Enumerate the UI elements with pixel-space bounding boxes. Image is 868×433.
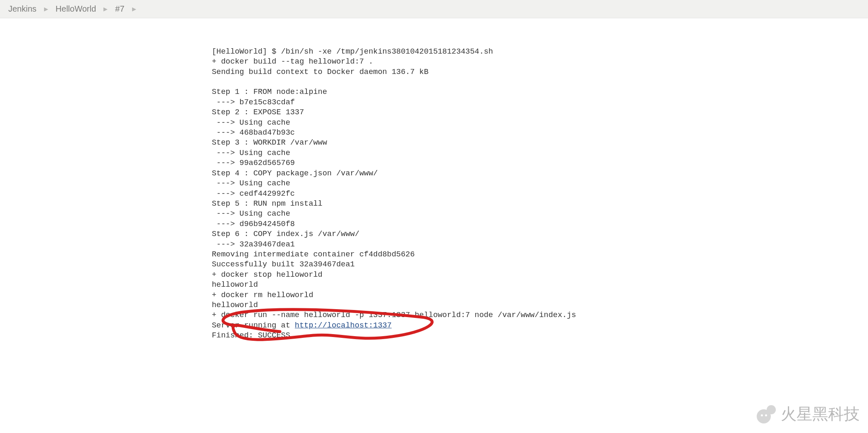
chevron-right-icon: ▶ (132, 6, 136, 12)
breadcrumb-job[interactable]: HelloWorld (56, 4, 96, 14)
watermark: 火星黑科技 (757, 403, 860, 425)
wechat-icon (757, 405, 777, 423)
console-finished-line: Finished: SUCCESS (212, 331, 290, 340)
breadcrumb-build[interactable]: #7 (115, 4, 124, 14)
chevron-right-icon: ▶ (44, 6, 48, 12)
console-output: [HelloWorld] $ /bin/sh -xe /tmp/jenkins3… (212, 27, 868, 361)
chevron-right-icon: ▶ (103, 6, 108, 12)
console-line: Server running at (212, 321, 295, 330)
breadcrumb-root[interactable]: Jenkins (8, 4, 37, 14)
server-url-link[interactable]: http://localhost:1337 (295, 321, 392, 330)
breadcrumb: Jenkins ▶ HelloWorld ▶ #7 ▶ (0, 0, 868, 18)
watermark-text: 火星黑科技 (781, 403, 860, 425)
